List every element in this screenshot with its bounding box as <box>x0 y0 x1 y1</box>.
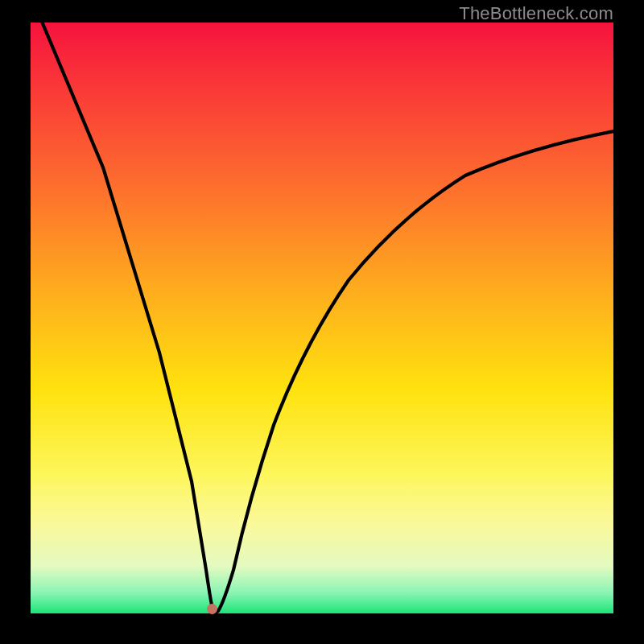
chart-plot-area <box>31 23 613 613</box>
chart-marker-dot <box>207 604 217 614</box>
chart-curve <box>31 23 613 613</box>
watermark-text: TheBottleneck.com <box>459 3 613 24</box>
bottleneck-line <box>40 23 613 613</box>
